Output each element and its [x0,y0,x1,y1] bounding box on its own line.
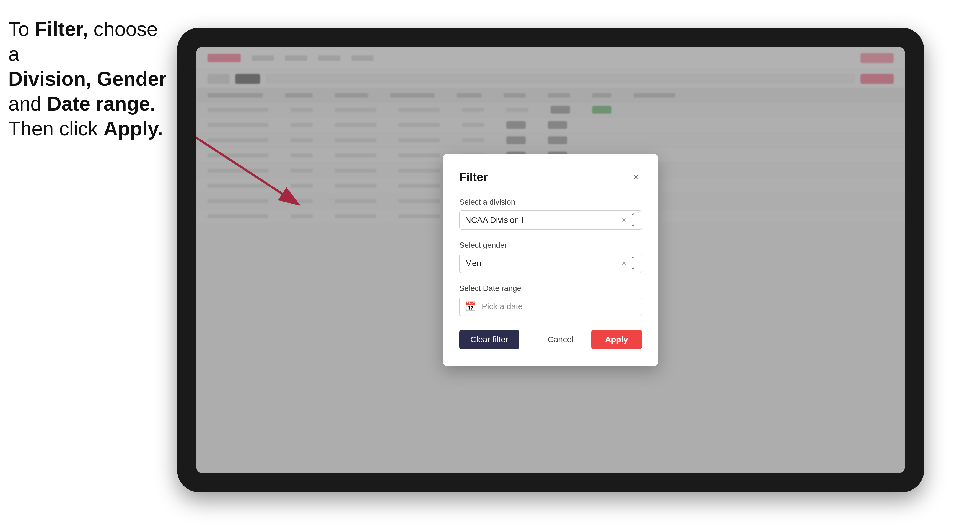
modal-header: Filter × [459,171,642,184]
instruction-line4: Then click Apply. [8,117,163,140]
calendar-icon: 📅 [465,301,476,312]
instruction-line3: and Date range. [8,93,156,115]
division-form-group: Select a division NCAA Division I × ⌃⌄ [459,198,642,230]
modal-title: Filter [459,171,488,184]
gender-label: Select gender [459,241,642,250]
gender-form-group: Select gender Men × ⌃⌄ [459,241,642,273]
instruction-line1: To Filter, choose a [8,18,158,65]
date-label: Select Date range [459,284,642,293]
division-select-controls: × ⌃⌄ [622,212,636,228]
instruction-bold2: Division, Gender [8,68,167,90]
filter-modal: Filter × Select a division NCAA Division… [443,154,659,366]
modal-footer: Clear filter Cancel Apply [459,330,642,349]
division-value: NCAA Division I [465,215,524,225]
division-select[interactable]: NCAA Division I × ⌃⌄ [459,210,642,230]
date-form-group: Select Date range 📅 Pick a date [459,284,642,316]
date-range-input[interactable]: 📅 Pick a date [459,297,642,316]
date-placeholder: Pick a date [482,302,523,311]
gender-clear-icon[interactable]: × [622,259,626,268]
clear-filter-button[interactable]: Clear filter [459,330,519,349]
footer-right-buttons: Cancel Apply [536,330,642,349]
modal-close-button[interactable]: × [630,171,642,183]
cancel-button[interactable]: Cancel [536,330,584,349]
gender-select-controls: × ⌃⌄ [622,256,636,271]
apply-button[interactable]: Apply [591,330,642,349]
tablet-screen: Filter × Select a division NCAA Division… [196,47,905,473]
tablet-device: Filter × Select a division NCAA Division… [177,28,924,492]
division-label: Select a division [459,198,642,206]
gender-select[interactable]: Men × ⌃⌄ [459,254,642,273]
gender-value: Men [465,259,481,268]
instruction-text: To Filter, choose a Division, Gender and… [8,17,169,141]
gender-chevron-icon: ⌃⌄ [630,256,636,271]
modal-overlay: Filter × Select a division NCAA Division… [196,47,905,473]
division-clear-icon[interactable]: × [622,216,626,224]
division-chevron-icon: ⌃⌄ [630,212,636,228]
